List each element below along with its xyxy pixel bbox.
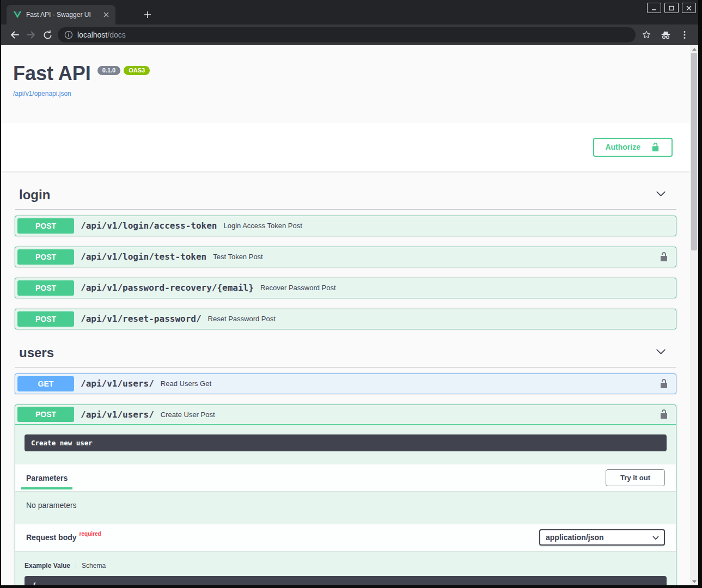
method-badge: POST xyxy=(17,407,74,422)
endpoint-body: Create new user Parameters Try it out No… xyxy=(15,434,676,585)
operation-description-code: Create new user xyxy=(25,434,667,451)
endpoint-row: POST /api/v1/reset-password/ Reset Passw… xyxy=(15,309,676,329)
window-maximize-button[interactable] xyxy=(664,3,679,13)
scheme-container: Authorize xyxy=(1,123,690,171)
reload-button[interactable] xyxy=(39,27,56,43)
swagger-page: Fast API 0.1.0 OAS3 /api/v1/openapi.json… xyxy=(1,45,690,585)
auth-lock-button[interactable] xyxy=(655,248,673,266)
chevron-down-icon[interactable] xyxy=(655,187,667,203)
endpoint-path: /api/v1/password-recovery/{email} xyxy=(81,283,254,293)
endpoint-path: /api/v1/login/test-token xyxy=(81,252,206,262)
back-button[interactable] xyxy=(7,27,23,43)
endpoint-summary-text: Reset Password Post xyxy=(208,315,674,323)
tab-close-icon[interactable] xyxy=(101,10,111,20)
endpoint-summary[interactable]: POST /api/v1/login/test-token Test Token… xyxy=(15,247,676,267)
endpoint-summary[interactable]: GET /api/v1/users/ Read Users Get xyxy=(15,374,676,394)
page-scrollbar[interactable] xyxy=(690,45,698,585)
endpoint-summary-text: Login Access Token Post xyxy=(223,222,674,230)
method-badge: POST xyxy=(17,280,74,296)
tab-parameters[interactable]: Parameters xyxy=(21,465,72,489)
oas-badge: OAS3 xyxy=(124,66,150,75)
endpoint-path: /api/v1/login/access-token xyxy=(81,220,217,231)
window-minimize-button[interactable] xyxy=(647,3,661,13)
tab-divider xyxy=(76,562,76,569)
browser-menu-icon[interactable] xyxy=(680,30,689,40)
endpoint-path: /api/v1/reset-password/ xyxy=(81,314,202,324)
endpoint-summary[interactable]: POST /api/v1/users/ Create User Post xyxy=(15,405,676,425)
section-login: login POST /api/v1/login/access-token Lo… xyxy=(15,182,676,329)
site-info-icon[interactable] xyxy=(64,30,73,39)
endpoint-summary[interactable]: POST /api/v1/login/access-token Login Ac… xyxy=(15,216,676,236)
browser-tab[interactable]: Fast API - Swagger UI xyxy=(7,5,115,24)
url-text: localhost/docs xyxy=(77,30,126,39)
tab-example-value[interactable]: Example Value xyxy=(25,562,70,569)
endpoint-summary-text: Create User Post xyxy=(161,411,655,419)
chevron-down-icon xyxy=(652,534,660,543)
url-path: /docs xyxy=(107,30,125,39)
browser-titlebar: Fast API - Swagger UI xyxy=(1,0,698,24)
endpoint-row: POST /api/v1/login/access-token Login Ac… xyxy=(15,216,676,236)
endpoint-summary-text: Recover Password Post xyxy=(260,284,674,292)
browser-viewport: Fast API 0.1.0 OAS3 /api/v1/openapi.json… xyxy=(1,45,698,585)
chevron-down-icon[interactable] xyxy=(655,345,667,360)
endpoint-summary-text: Read Users Get xyxy=(161,379,655,388)
scrollbar-thumb[interactable] xyxy=(691,53,697,250)
url-host: localhost xyxy=(77,30,107,39)
section-users: users GET /api/v1/users/ Read Users Get xyxy=(15,340,676,585)
endpoint-summary[interactable]: POST /api/v1/reset-password/ Reset Passw… xyxy=(15,309,676,329)
auth-lock-button[interactable] xyxy=(655,375,673,393)
method-badge: POST xyxy=(17,249,74,265)
endpoint-row: POST /api/v1/password-recovery/{email} R… xyxy=(15,278,676,298)
authorize-button-label: Authorize xyxy=(605,143,640,151)
model-example: Example Value Schema { xyxy=(25,562,667,585)
page-title: Fast API xyxy=(13,63,91,84)
endpoint-row-expanded: POST /api/v1/users/ Create User Post Cre… xyxy=(15,405,676,585)
address-bar[interactable]: localhost/docs xyxy=(58,27,636,42)
example-code-block: { xyxy=(25,576,667,585)
auth-lock-button[interactable] xyxy=(655,406,673,423)
unlock-icon xyxy=(650,142,661,152)
section-login-header[interactable]: login xyxy=(15,182,676,210)
request-body-header: Request body required application/json xyxy=(15,524,676,551)
method-badge: GET xyxy=(17,376,74,391)
endpoint-row: GET /api/v1/users/ Read Users Get xyxy=(15,373,676,394)
endpoint-summary-text: Test Token Post xyxy=(213,253,655,261)
section-users-title: users xyxy=(19,345,54,360)
favicon-icon xyxy=(13,10,22,19)
try-it-out-button[interactable]: Try it out xyxy=(606,469,665,486)
openapi-spec-link[interactable]: /api/v1/openapi.json xyxy=(13,90,71,97)
method-badge: POST xyxy=(17,311,74,327)
media-type-select[interactable]: application/json xyxy=(539,529,665,546)
version-badge: 0.1.0 xyxy=(97,66,120,75)
bookmark-star-icon[interactable] xyxy=(641,29,652,40)
parameters-header: Parameters Try it out xyxy=(15,464,676,491)
window-close-button[interactable] xyxy=(682,3,696,13)
scroll-up-arrow[interactable] xyxy=(690,45,698,53)
method-badge: POST xyxy=(17,218,74,234)
new-tab-button[interactable] xyxy=(142,9,154,21)
forward-button[interactable] xyxy=(23,27,39,43)
tab-schema[interactable]: Schema xyxy=(82,562,106,569)
browser-window: Fast API - Swagger UI xyxy=(1,0,698,585)
no-parameters-text: No parameters xyxy=(15,491,676,524)
endpoint-path: /api/v1/users/ xyxy=(81,409,154,420)
required-label: required xyxy=(80,531,101,537)
incognito-icon xyxy=(660,29,672,41)
section-login-title: login xyxy=(19,187,50,203)
endpoint-path: /api/v1/users/ xyxy=(81,378,154,389)
authorize-button[interactable]: Authorize xyxy=(593,138,673,157)
browser-toolbar: localhost/docs xyxy=(1,24,698,45)
tab-title: Fast API - Swagger UI xyxy=(26,11,101,19)
endpoint-summary[interactable]: POST /api/v1/password-recovery/{email} R… xyxy=(15,278,676,298)
scroll-down-arrow[interactable] xyxy=(690,578,698,585)
api-info: Fast API 0.1.0 OAS3 /api/v1/openapi.json xyxy=(1,45,690,98)
request-body-title: Request body xyxy=(26,533,77,542)
media-type-value: application/json xyxy=(546,533,604,542)
section-users-header[interactable]: users xyxy=(15,340,676,367)
endpoint-row: POST /api/v1/login/test-token Test Token… xyxy=(15,247,676,267)
